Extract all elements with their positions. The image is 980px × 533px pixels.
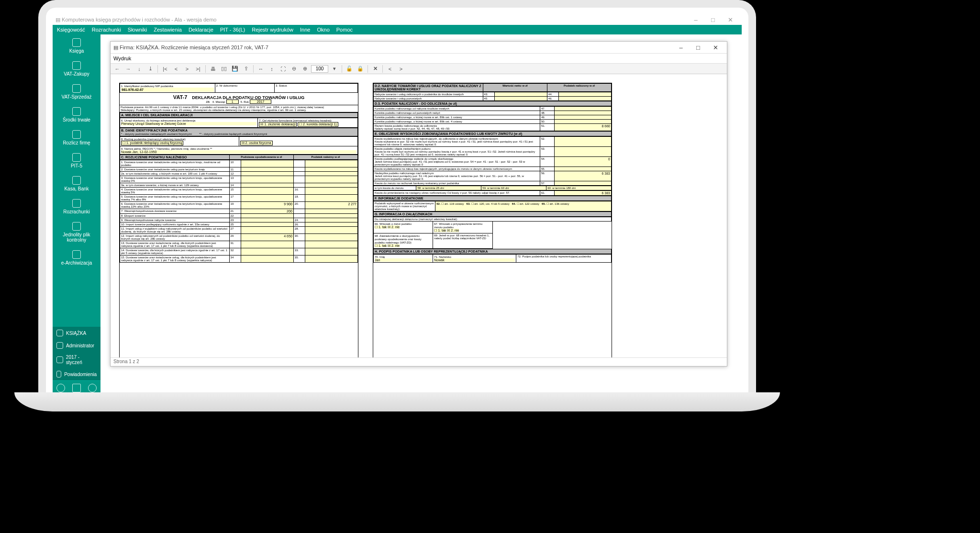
sidebar-item-0[interactable]: Księga xyxy=(53,34,100,57)
e-row-4-n: 56. xyxy=(540,171,554,181)
gear-icon[interactable] xyxy=(56,384,65,392)
print-icon[interactable]: 🖶 xyxy=(208,65,218,73)
sidebar-icon-2 xyxy=(72,84,81,93)
menu-deklaracje[interactable]: Deklaracje xyxy=(186,26,216,33)
sidebar-item-4[interactable]: Rozlicz firmę xyxy=(53,126,100,149)
menu-rozrachunki[interactable]: Rozrachunki xyxy=(89,26,123,33)
nav-down-icon[interactable]: ↓ xyxy=(134,65,144,73)
export-icon[interactable]: ⇪ xyxy=(241,65,251,73)
sidebar-bottom-icon-1 xyxy=(56,342,63,349)
c-row-10-n1: 23 xyxy=(229,218,241,222)
c-row-9-text: 8. Eksport towarów xyxy=(120,214,230,218)
prev-page-icon[interactable]: < xyxy=(171,65,181,73)
menu-okno[interactable]: Okno xyxy=(314,26,332,33)
c-row-16-n1: 34 xyxy=(229,255,241,263)
c-row-0-v1 xyxy=(241,160,293,167)
lock-open-icon[interactable]: 🔓 xyxy=(345,65,354,73)
sidebar-bottom-label-3: Powiadomienia xyxy=(64,372,97,377)
d2-row-1-n1: 45. xyxy=(483,97,494,101)
sidebar-item-6[interactable]: Kasa, Bank xyxy=(53,172,100,195)
sidebar-bottom-label-0: KSIĄŻKA xyxy=(66,331,86,336)
zoom-dropdown-icon[interactable]: ▾ xyxy=(330,65,339,73)
sidebar-item-7[interactable]: Rozrachunki xyxy=(53,195,100,218)
preview-pages[interactable]: 1. Identyfikator podatkowy NIP podatnika… xyxy=(111,74,727,357)
section-d3-header: D.3. PODATEK NALICZONY - DO ODLICZENIA (… xyxy=(374,101,612,106)
c-row-13-v1: 4 650 xyxy=(241,234,293,241)
d2-col2: Podatek naliczony w zł xyxy=(547,84,611,92)
zoom-out-icon[interactable]: ⊖ xyxy=(289,65,299,73)
h72-label: 72. Podpis podatnika lub osoby reprezent… xyxy=(516,255,612,263)
e-sub-c: 59. w terminie 60 dni xyxy=(481,186,546,190)
fit-width-icon[interactable]: ↔ xyxy=(256,65,266,73)
fit-height-icon[interactable]: ↕ xyxy=(267,65,277,73)
c-row-16-v1 xyxy=(241,255,293,263)
menu-zestawienia[interactable]: Zestawienia xyxy=(151,26,184,33)
e-row-3-n: 55. xyxy=(540,167,554,171)
shuffle-icon[interactable] xyxy=(72,384,81,392)
c-row-11-n1: 25 xyxy=(229,222,241,227)
fit-page-icon[interactable]: ⛶ xyxy=(278,65,288,73)
sidebar-item-1[interactable]: VAT-Zakupy xyxy=(53,57,100,80)
preview-close-button[interactable]: ✕ xyxy=(707,44,724,51)
d2-row-0-n1: 43. xyxy=(483,92,494,97)
menu-pit-36-l-[interactable]: PIT - 36(L) xyxy=(218,26,247,33)
page-1: 1. Identyfikator podatkowy NIP podatnika… xyxy=(119,83,358,357)
menu-ksi-gowo-[interactable]: Księgowość xyxy=(55,26,88,33)
sidebar-bottom-1[interactable]: Administrator xyxy=(53,339,100,352)
g68-2: 2. nie xyxy=(391,244,400,247)
last-page-icon[interactable]: >| xyxy=(193,65,203,73)
pane-next-icon[interactable]: > xyxy=(396,65,406,73)
pane-prev-icon[interactable]: < xyxy=(385,65,395,73)
c-row-1-text: 2. Dostawa towarów oraz świadczenie usłu… xyxy=(120,167,230,172)
sidebar-bottom-0[interactable]: KSIĄŻKA xyxy=(53,327,100,339)
e-last-val: 6 383 xyxy=(554,191,611,196)
nav-down-end-icon[interactable]: ⤓ xyxy=(145,65,155,73)
d3-row-4-v: 8 660 xyxy=(554,124,611,131)
c-row-11-n2: 26. xyxy=(293,222,305,227)
c-row-9-n2 xyxy=(293,214,305,218)
preview-maximize-button[interactable]: □ xyxy=(690,44,707,51)
menu-pomoc[interactable]: Pomoc xyxy=(334,26,355,33)
sidebar-bottom-label-1: Administrator xyxy=(66,343,94,348)
d3-row-0-text: Korekta podatku naliczonego od nabycia ś… xyxy=(374,107,540,111)
sidebar-label-7: Rozrachunki xyxy=(63,209,90,214)
d3-row-3-n: 50. xyxy=(540,120,554,124)
sidebar-bottom-label-2: 2017 - styczeń xyxy=(66,355,97,365)
minimize-button[interactable]: – xyxy=(687,16,704,23)
menu-inne[interactable]: Inne xyxy=(298,26,312,33)
sidebar-bottom-2[interactable]: 2017 - styczeń xyxy=(53,352,100,368)
save-icon[interactable]: 💾 xyxy=(230,65,240,73)
declaration-title: DEKLARACJA DLA PODATKU OD TOWARÓW I USŁU… xyxy=(192,95,304,100)
c-row-0-n2 xyxy=(293,160,305,167)
sidebar-item-3[interactable]: Środki trwałe xyxy=(53,103,100,126)
zoom-input[interactable] xyxy=(311,65,328,73)
window-icon: ▤ xyxy=(113,44,118,51)
exit-icon[interactable] xyxy=(88,384,97,392)
nav-back-icon[interactable]: ← xyxy=(112,65,122,73)
next-page-icon[interactable]: > xyxy=(182,65,192,73)
sidebar-bottom-3[interactable]: Powiadomienia xyxy=(53,368,100,380)
b8-opt2: 2. osoba fizyczna xyxy=(245,141,271,144)
nav-fwd-icon[interactable]: → xyxy=(123,65,133,73)
close-preview-icon[interactable]: ✕ xyxy=(370,65,380,73)
sidebar-item-9[interactable]: e-Archiwizacja xyxy=(53,246,100,269)
workspace: ▤ Firma: KSIĄŻKA. Rozliczenie miesiąca s… xyxy=(100,34,742,395)
section-b-header: B. DANE IDENTYFIKACYJNE PODATNIKA xyxy=(121,129,188,132)
spread-icon[interactable]: ▯▯ xyxy=(219,65,229,73)
d3-row-1-v xyxy=(554,111,611,115)
preview-status: Strona 1 z 2 xyxy=(111,357,727,366)
c-row-2-v2 xyxy=(305,172,357,176)
first-page-icon[interactable]: |< xyxy=(160,65,170,73)
sidebar-item-5[interactable]: PIT-5 xyxy=(53,149,100,172)
menu-s-owniki[interactable]: Słowniki xyxy=(125,26,149,33)
tab-wydruk[interactable]: Wydruk xyxy=(113,56,131,61)
close-button[interactable]: ✕ xyxy=(722,16,739,23)
lock-icon[interactable]: 🔒 xyxy=(356,65,365,73)
zoom-in-icon[interactable]: ⊕ xyxy=(300,65,310,73)
preview-minimize-button[interactable]: – xyxy=(672,44,690,51)
sidebar-item-8[interactable]: Jednolity plik kontrolny xyxy=(53,218,100,246)
maximize-button[interactable]: □ xyxy=(704,16,722,23)
menu-rejestr-wydruk-w[interactable]: Rejestr wydruków xyxy=(249,26,296,33)
sidebar-icon-6 xyxy=(72,176,81,185)
sidebar-item-2[interactable]: VAT-Sprzedaż xyxy=(53,80,100,103)
